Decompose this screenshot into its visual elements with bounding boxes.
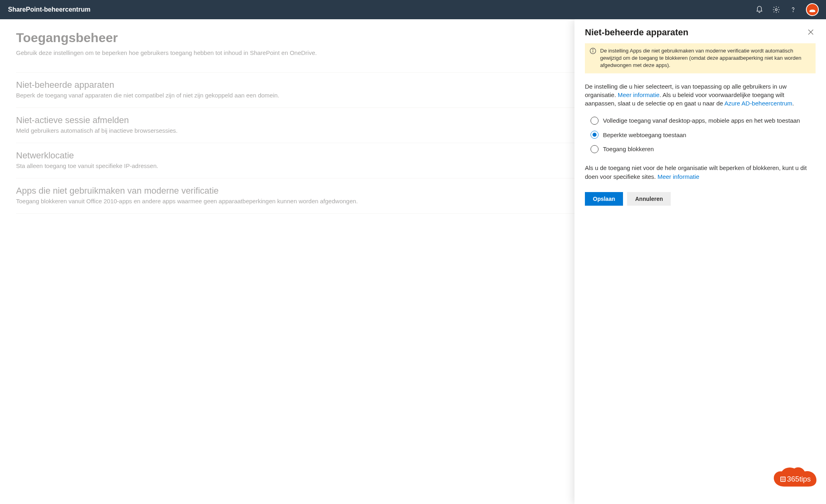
panel-intro: De instelling die u hier selecteert, is … [585, 82, 816, 108]
svg-point-4 [593, 49, 593, 50]
radio-group: Volledige toegang vanaf desktop-apps, mo… [591, 116, 816, 153]
radio-option-block[interactable]: Toegang blokkeren [591, 145, 816, 153]
radio-icon [591, 145, 599, 153]
radio-label: Beperkte webtoegang toestaan [603, 131, 686, 139]
panel-title: Niet-beheerde apparaten [585, 27, 688, 38]
panel-actions: Opslaan Annuleren [585, 192, 816, 206]
azure-ad-link[interactable]: Azure AD-beheercentrum [725, 100, 792, 107]
panel-footnote: Als u de toegang niet voor de hele organ… [585, 164, 816, 181]
panel-body: De instelling die u hier selecteert, is … [585, 82, 816, 206]
top-bar: SharePoint-beheercentrum [0, 0, 826, 19]
help-icon[interactable] [789, 6, 797, 14]
info-icon [590, 48, 596, 56]
cancel-button[interactable]: Annuleren [627, 192, 671, 206]
workspace: Toegangsbeheer Gebruik deze instellingen… [0, 19, 826, 504]
intro-text-3: . [792, 100, 794, 107]
more-info-link-2[interactable]: Meer informatie [658, 173, 699, 180]
info-banner-text: De instelling Apps die niet gebruikmaken… [600, 47, 811, 69]
close-icon[interactable] [806, 27, 816, 38]
notifications-icon[interactable] [755, 6, 763, 14]
radio-icon [591, 117, 599, 125]
svg-point-1 [793, 12, 794, 12]
radio-option-full-access[interactable]: Volledige toegang vanaf desktop-apps, mo… [591, 116, 816, 125]
brand-text: 365tips [787, 475, 811, 484]
radio-label: Toegang blokkeren [603, 145, 654, 153]
more-info-link[interactable]: Meer informatie [618, 91, 660, 98]
gear-icon[interactable] [772, 6, 780, 14]
brand-logo[interactable]: 365tips [773, 466, 817, 495]
panel-header: Niet-beheerde apparaten [585, 27, 816, 38]
radio-option-limited-web[interactable]: Beperkte webtoegang toestaan [591, 131, 816, 139]
svg-rect-6 [781, 478, 783, 479]
radio-icon [591, 131, 599, 139]
svg-rect-9 [783, 480, 785, 481]
save-button[interactable]: Opslaan [585, 192, 623, 206]
svg-rect-7 [783, 478, 785, 479]
info-banner: De instelling Apps die niet gebruikmaken… [585, 43, 816, 73]
radio-label: Volledige toegang vanaf desktop-apps, mo… [603, 116, 800, 125]
svg-point-0 [775, 9, 777, 11]
avatar[interactable] [806, 3, 819, 16]
side-panel: Niet-beheerde apparaten De instelling Ap… [574, 19, 826, 504]
svg-rect-8 [781, 480, 783, 481]
app-title: SharePoint-beheercentrum [8, 6, 90, 13]
topbar-actions [755, 3, 819, 16]
